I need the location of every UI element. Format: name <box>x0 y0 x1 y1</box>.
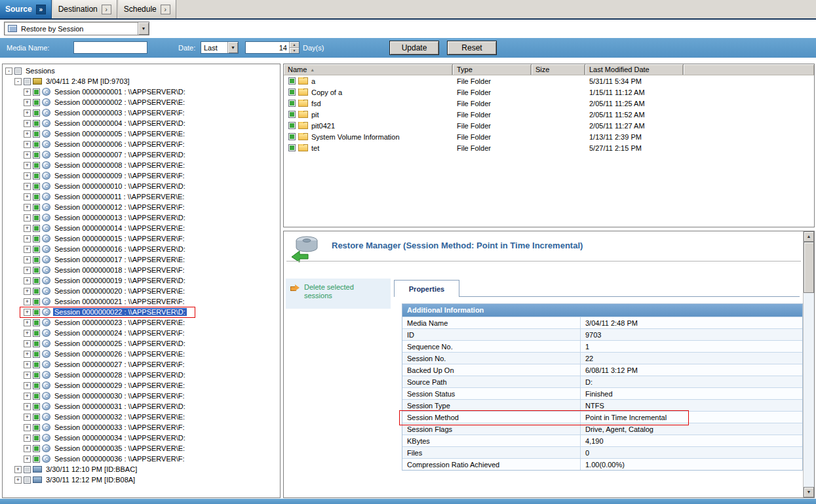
tree-item[interactable]: +Session 0000000018 : \\APPSERVER\F: <box>3 265 280 275</box>
spinner-down-icon[interactable]: ▼ <box>290 47 299 53</box>
tree-item[interactable]: +Session 0000000029 : \\APPSERVER\E: <box>3 380 280 391</box>
expand-toggle-icon[interactable]: + <box>24 214 31 222</box>
file-checkbox[interactable] <box>288 111 296 118</box>
file-checkbox[interactable] <box>288 100 296 107</box>
expand-toggle-icon[interactable]: + <box>24 225 31 232</box>
date-range-select[interactable]: Last ▼ <box>201 41 239 54</box>
expand-toggle-icon[interactable]: + <box>24 319 31 326</box>
expand-toggle-icon[interactable]: + <box>24 435 31 442</box>
tree-item[interactable]: +Session 0000000020 : \\APPSERVER\E: <box>3 286 280 296</box>
scroll-down-icon[interactable]: ▼ <box>804 487 814 497</box>
session-checkbox[interactable] <box>33 309 40 316</box>
expand-toggle-icon[interactable]: - <box>14 78 22 85</box>
expand-toggle-icon[interactable]: + <box>24 183 31 190</box>
session-checkbox[interactable] <box>33 267 40 274</box>
expand-toggle-icon[interactable]: + <box>24 141 31 148</box>
session-checkbox[interactable] <box>33 235 40 242</box>
tree-item[interactable]: +Session 0000000028 : \\APPSERVER\D: <box>3 370 280 380</box>
file-row[interactable]: System Volume InformationFile Folder1/13… <box>284 131 814 142</box>
tab-properties[interactable]: Properties <box>394 280 459 297</box>
file-row[interactable]: aFile Folder5/31/11 5:34 PM <box>284 75 814 87</box>
session-checkbox[interactable] <box>33 403 40 410</box>
file-checkbox[interactable] <box>288 133 296 140</box>
expand-toggle-icon[interactable]: + <box>24 172 31 180</box>
expand-toggle-icon[interactable]: + <box>24 351 31 358</box>
session-checkbox[interactable] <box>33 225 40 232</box>
reset-button[interactable]: Reset <box>447 41 497 55</box>
expand-toggle-icon[interactable]: + <box>24 424 31 431</box>
tree-item[interactable]: +Session 0000000033 : \\APPSERVER\F: <box>3 422 280 433</box>
scroll-up-icon[interactable]: ▲ <box>804 231 814 242</box>
tree-item[interactable]: +Session 0000000032 : \\APPSERVER\E: <box>3 412 280 422</box>
session-checkbox[interactable] <box>33 109 40 117</box>
expand-toggle-icon[interactable]: + <box>14 476 22 484</box>
tree-item[interactable]: +Session 0000000012 : \\APPSERVER\F: <box>3 202 280 212</box>
session-checkbox[interactable] <box>33 204 40 211</box>
tree-item[interactable]: +Session 0000000022 : \\APPSERVER\D: <box>3 307 280 317</box>
file-checkbox[interactable] <box>288 122 296 129</box>
tree-item[interactable]: +3/30/11 12:12 PM [ID:B08A] <box>3 475 280 485</box>
file-row[interactable]: pit0421File Folder2/05/11 11:27 AM <box>284 120 814 131</box>
tree-item[interactable]: +Session 0000000005 : \\APPSERVER\E: <box>3 128 280 139</box>
expand-toggle-icon[interactable]: + <box>24 256 31 263</box>
tree-item[interactable]: +Session 0000000015 : \\APPSERVER\F: <box>3 233 280 244</box>
expand-toggle-icon[interactable]: + <box>24 88 31 96</box>
session-checkbox[interactable] <box>33 288 40 295</box>
file-row[interactable]: pitFile Folder2/05/11 11:52 AM <box>284 109 814 120</box>
file-checkbox[interactable] <box>288 144 296 151</box>
tree-item[interactable]: +Session 0000000027 : \\APPSERVER\F: <box>3 359 280 370</box>
tree-item[interactable]: -Sessions <box>3 66 280 76</box>
tree-item[interactable]: +Session 0000000009 : \\APPSERVER\F: <box>3 170 280 181</box>
details-scrollbar[interactable]: ▲ ▼ <box>803 231 814 497</box>
expand-toggle-icon[interactable]: + <box>24 414 31 421</box>
expand-toggle-icon[interactable]: + <box>24 288 31 295</box>
expand-toggle-icon[interactable]: + <box>24 99 31 106</box>
expand-toggle-icon[interactable]: + <box>24 309 31 316</box>
expand-toggle-icon[interactable]: + <box>24 393 31 400</box>
tab-schedule[interactable]: Schedule <box>119 0 176 18</box>
expand-toggle-icon[interactable]: + <box>24 382 31 389</box>
spinner-up-icon[interactable]: ▲ <box>290 42 299 47</box>
tree-item[interactable]: +Session 0000000004 : \\APPSERVER\D: <box>3 118 280 128</box>
tree-item[interactable]: +Session 0000000014 : \\APPSERVER\E: <box>3 223 280 233</box>
expand-toggle-icon[interactable]: + <box>24 298 31 305</box>
tree-item[interactable]: +3/30/11 12:10 PM [ID:BBAC] <box>3 464 280 475</box>
expand-toggle-icon[interactable]: + <box>24 361 31 368</box>
tree-item[interactable]: +Session 0000000023 : \\APPSERVER\E: <box>3 317 280 328</box>
file-row[interactable]: fsdFile Folder2/05/11 11:25 AM <box>284 98 814 109</box>
tree-item[interactable]: +Session 0000000035 : \\APPSERVER\E: <box>3 443 280 454</box>
session-checkbox[interactable] <box>33 319 40 326</box>
expand-toggle-icon[interactable]: + <box>24 130 31 138</box>
file-row[interactable]: Copy of aFile Folder1/15/11 11:12 AM <box>284 87 814 98</box>
tree-item[interactable]: +Session 0000000010 : \\APPSERVER\D: <box>3 181 280 191</box>
tree-item[interactable]: +Session 0000000008 : \\APPSERVER\E: <box>3 160 280 170</box>
column-header-name[interactable]: Name ▲ <box>284 64 453 75</box>
session-checkbox[interactable] <box>33 445 40 452</box>
media-checkbox[interactable] <box>24 466 31 473</box>
tab-destination[interactable]: Destination <box>53 0 117 18</box>
tree-item[interactable]: +Session 0000000025 : \\APPSERVER\D: <box>3 338 280 349</box>
session-checkbox[interactable] <box>33 151 40 159</box>
expand-toggle-icon[interactable]: + <box>24 109 31 117</box>
session-checkbox[interactable] <box>33 330 40 337</box>
tree-item[interactable]: +Session 0000000002 : \\APPSERVER\E: <box>3 97 280 107</box>
tree-item[interactable]: +Session 0000000003 : \\APPSERVER\F: <box>3 107 280 118</box>
tree-item[interactable]: +Session 0000000001 : \\APPSERVER\D: <box>3 87 280 97</box>
restore-type-select[interactable]: Restore by Session ▼ <box>4 22 149 35</box>
tab-source[interactable]: Source <box>0 0 52 18</box>
tree-item[interactable]: +Session 0000000026 : \\APPSERVER\E: <box>3 349 280 359</box>
dropdown-arrow-icon[interactable]: ▼ <box>138 22 149 35</box>
session-checkbox[interactable] <box>33 340 40 347</box>
expand-toggle-icon[interactable]: + <box>24 246 31 253</box>
session-checkbox[interactable] <box>33 351 40 358</box>
expand-toggle-icon[interactable]: + <box>24 403 31 410</box>
column-header-modified[interactable]: Last Modified Date <box>585 64 684 75</box>
expand-toggle-icon[interactable]: + <box>24 456 31 463</box>
expand-toggle-icon[interactable]: + <box>24 445 31 452</box>
expand-toggle-icon[interactable]: + <box>24 267 31 274</box>
session-checkbox[interactable] <box>33 393 40 400</box>
tree-item[interactable]: +Session 0000000011 : \\APPSERVER\E: <box>3 191 280 202</box>
session-checkbox[interactable] <box>33 372 40 379</box>
tree-item[interactable]: +Session 0000000024 : \\APPSERVER\F: <box>3 328 280 338</box>
expand-toggle-icon[interactable]: - <box>5 68 12 75</box>
